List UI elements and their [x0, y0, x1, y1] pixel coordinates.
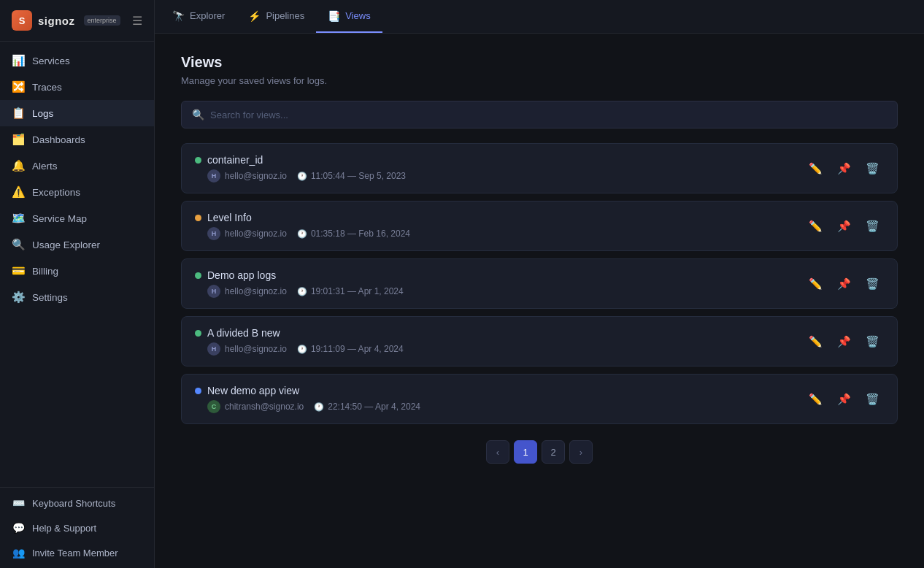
delete-button[interactable]: 🗑️	[861, 332, 884, 351]
footer-item-label: Help & Support	[32, 523, 96, 534]
logs-icon: 📋	[12, 107, 25, 120]
card-actions: ✏️ 📌 🗑️	[804, 332, 884, 351]
edit-button[interactable]: ✏️	[804, 217, 827, 236]
top-nav-views[interactable]: 📑Views	[316, 0, 382, 33]
timestamp: 11:05:44 — Sep 5, 2023	[311, 171, 406, 181]
sidebar-item-services[interactable]: 📊Services	[0, 47, 154, 74]
card-meta: H hello@signoz.io 🕐 01:35:18 — Feb 16, 2…	[195, 227, 410, 240]
meta-user: H hello@signoz.io	[207, 227, 287, 240]
pin-button[interactable]: 📌	[833, 332, 855, 351]
edit-button[interactable]: ✏️	[804, 159, 827, 178]
clock-icon: 🕐	[297, 172, 307, 181]
help-support-icon: 💬	[12, 522, 25, 534]
sidebar: S signoz enterprise ☰ 📊Services🔀Traces📋L…	[0, 0, 155, 568]
top-nav-label: Views	[345, 10, 370, 21]
timestamp: 19:01:31 — Apr 1, 2024	[311, 286, 404, 296]
pipelines-nav-icon: ⚡	[248, 10, 261, 22]
views-nav-icon: 📑	[328, 10, 340, 22]
hamburger-icon[interactable]: ☰	[132, 14, 142, 28]
sidebar-item-logs[interactable]: 📋Logs	[0, 100, 154, 126]
user-email: chitransh@signoz.io	[225, 402, 304, 412]
top-nav-explorer[interactable]: 🔭Explorer	[161, 0, 236, 33]
delete-button[interactable]: 🗑️	[861, 275, 884, 293]
meta-user: H hello@signoz.io	[207, 285, 287, 298]
traces-icon: 🔀	[12, 80, 25, 93]
pin-button[interactable]: 📌	[833, 390, 855, 409]
footer-item-keyboard-shortcuts[interactable]: ⌨️Keyboard Shortcuts	[0, 491, 154, 515]
next-page-button[interactable]: ›	[569, 440, 593, 464]
sidebar-item-label: Logs	[32, 108, 53, 119]
pin-button[interactable]: 📌	[833, 159, 855, 178]
usage-explorer-icon: 🔍	[12, 238, 25, 251]
view-card-a_divided_b_new: A divided B new H hello@signoz.io 🕐 19:1…	[181, 316, 898, 366]
sidebar-item-label: Service Map	[32, 213, 87, 224]
user-email: hello@signoz.io	[225, 344, 287, 354]
status-dot	[195, 388, 201, 394]
meta-user: C chitransh@signoz.io	[207, 400, 304, 413]
search-input[interactable]	[210, 110, 887, 120]
sidebar-item-label: Traces	[32, 82, 62, 93]
edit-button[interactable]: ✏️	[804, 275, 827, 293]
avatar: H	[207, 285, 220, 298]
search-bar: 🔍	[181, 101, 898, 128]
edit-button[interactable]: ✏️	[804, 332, 827, 351]
page-1-button[interactable]: 1	[514, 440, 537, 464]
search-icon: 🔍	[192, 109, 204, 120]
meta-time: 🕐 01:35:18 — Feb 16, 2024	[297, 229, 410, 239]
top-nav: 🔭Explorer⚡Pipelines📑Views	[155, 0, 924, 34]
services-icon: 📊	[12, 54, 25, 67]
sidebar-item-label: Settings	[32, 292, 68, 303]
prev-page-button[interactable]: ‹	[486, 440, 509, 464]
card-title-row: Level Info	[195, 212, 410, 223]
card-meta: C chitransh@signoz.io 🕐 22:14:50 — Apr 4…	[195, 400, 420, 413]
footer-item-invite-team-member[interactable]: 👥Invite Team Member	[0, 540, 154, 565]
alerts-icon: 🔔	[12, 159, 25, 172]
sidebar-item-settings[interactable]: ⚙️Settings	[0, 284, 154, 310]
logo-area: S signoz enterprise ☰	[0, 0, 154, 42]
sidebar-item-label: Dashboards	[32, 134, 85, 145]
card-name: container_id	[207, 154, 263, 166]
sidebar-item-billing[interactable]: 💳Billing	[0, 258, 154, 284]
delete-button[interactable]: 🗑️	[861, 159, 884, 178]
status-dot	[195, 330, 201, 337]
sidebar-item-service-map[interactable]: 🗺️Service Map	[0, 205, 154, 231]
meta-user: H hello@signoz.io	[207, 342, 287, 356]
sidebar-item-usage-explorer[interactable]: 🔍Usage Explorer	[0, 231, 154, 258]
top-nav-label: Pipelines	[266, 10, 304, 21]
top-nav-pipelines[interactable]: ⚡Pipelines	[236, 0, 316, 33]
user-email: hello@signoz.io	[225, 286, 287, 296]
view-card-level_info: Level Info H hello@signoz.io 🕐 01:35:18 …	[181, 201, 898, 251]
card-name: Demo app logs	[207, 269, 276, 281]
sidebar-item-alerts[interactable]: 🔔Alerts	[0, 153, 154, 179]
card-left: A divided B new H hello@signoz.io 🕐 19:1…	[195, 327, 404, 356]
card-left: container_id H hello@signoz.io 🕐 11:05:4…	[195, 154, 406, 183]
avatar: H	[207, 169, 220, 183]
main-area: 🔭Explorer⚡Pipelines📑Views Views Manage y…	[155, 0, 924, 568]
content-area: Views Manage your saved views for logs. …	[155, 34, 924, 568]
logo-badge: enterprise	[84, 15, 120, 26]
sidebar-item-dashboards[interactable]: 🗂️Dashboards	[0, 126, 154, 153]
user-email: hello@signoz.io	[225, 229, 287, 239]
edit-button[interactable]: ✏️	[804, 390, 827, 409]
service-map-icon: 🗺️	[12, 212, 25, 225]
delete-button[interactable]: 🗑️	[861, 217, 884, 236]
meta-time: 🕐 22:14:50 — Apr 4, 2024	[314, 402, 420, 412]
status-dot	[195, 157, 201, 164]
delete-button[interactable]: 🗑️	[861, 390, 884, 409]
clock-icon: 🕐	[297, 229, 307, 239]
meta-time: 🕐 19:11:09 — Apr 4, 2024	[297, 344, 404, 354]
pin-button[interactable]: 📌	[833, 217, 855, 236]
card-name: Level Info	[207, 212, 252, 223]
footer-item-help-support[interactable]: 💬Help & Support	[0, 515, 154, 540]
sidebar-item-exceptions[interactable]: ⚠️Exceptions	[0, 179, 154, 205]
sidebar-item-traces[interactable]: 🔀Traces	[0, 74, 154, 100]
sidebar-nav: 📊Services🔀Traces📋Logs🗂️Dashboards🔔Alerts…	[0, 42, 154, 487]
billing-icon: 💳	[12, 264, 25, 277]
pin-button[interactable]: 📌	[833, 275, 855, 293]
top-nav-label: Explorer	[190, 10, 225, 21]
card-name: A divided B new	[207, 327, 280, 339]
card-title-row: container_id	[195, 154, 406, 166]
page-title: Views	[181, 54, 898, 71]
page-2-button[interactable]: 2	[542, 440, 565, 464]
footer-item-label: Invite Team Member	[32, 548, 118, 559]
